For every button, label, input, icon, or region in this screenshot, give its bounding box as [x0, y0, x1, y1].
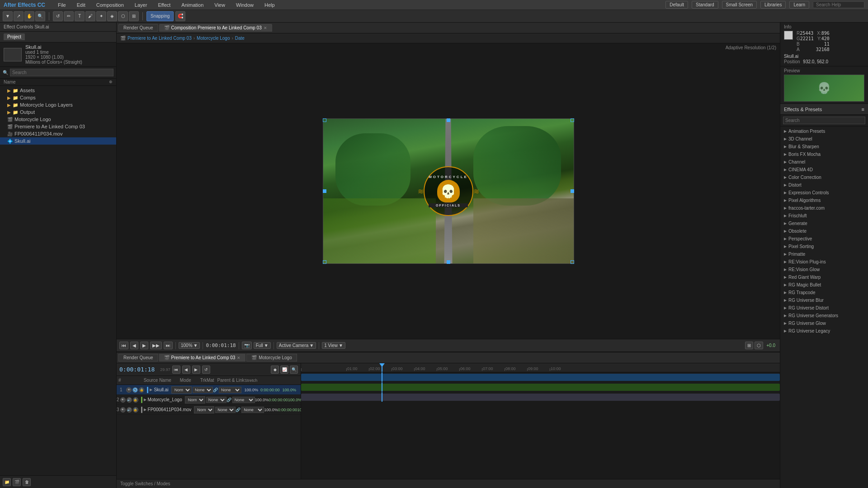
menu-view[interactable]: View [212, 2, 227, 8]
comp-tl-tab-1[interactable]: 🎬 Premiere to Ae Linked Comp 03 ✕ [159, 354, 246, 361]
tool-hand[interactable]: ✋ [24, 11, 34, 21]
layer-2-audio[interactable]: 🔊 [127, 397, 132, 403]
effect-cat-boris[interactable]: ▶ Boris FX Mocha [780, 150, 868, 158]
tool-rotate[interactable]: ↺ [53, 11, 63, 21]
menu-edit[interactable]: Edit [75, 2, 87, 8]
tool-pen[interactable]: ✏ [64, 11, 74, 21]
menu-window[interactable]: Window [234, 2, 255, 8]
layer-2-mode-select[interactable]: Normal [185, 396, 205, 404]
layer-2-trimin-select[interactable]: None [206, 397, 226, 403]
timeline-layer-3[interactable]: 3 👁 🔊 🔒 ▶ FP0006411P034.mov [117, 405, 301, 415]
layer-2-lock[interactable]: 🔒 [133, 397, 138, 403]
track-layer-3[interactable] [301, 392, 780, 402]
handle-br[interactable] [571, 260, 574, 264]
layer-1-visibility[interactable]: 👁 [126, 387, 132, 393]
effect-cat-animation-presets[interactable]: ▶ Animation Presets [780, 127, 868, 135]
track-layer-1[interactable] [301, 372, 780, 382]
effect-cat-expression[interactable]: ▶ Expression Controls [780, 189, 868, 197]
project-search-bar[interactable]: 🔍 [0, 67, 116, 79]
timeline-time-display[interactable]: 0:00:01:18 [119, 366, 155, 373]
tool-arrow[interactable]: ↗ [14, 11, 24, 21]
camera-dropdown[interactable]: Active Camera ▼ [277, 342, 316, 349]
handle-mb[interactable] [447, 260, 450, 264]
tool-select[interactable]: ▼ [3, 11, 13, 21]
tl-play-btn[interactable]: ▶ [192, 366, 200, 374]
menu-help[interactable]: Help [263, 2, 277, 8]
grid-btn[interactable]: ⊞ [745, 342, 753, 349]
comp-viewer-tab[interactable]: 🎬 Composition Premiere to Ae Linked Comp… [159, 24, 272, 32]
help-search-input[interactable] [816, 2, 861, 7]
effect-cat-rg-universe-legacy[interactable]: ▶ RG Universe Legacy [780, 327, 868, 335]
layer-3-parent-select[interactable]: None [241, 407, 264, 413]
timeline-playhead[interactable] [382, 363, 382, 372]
effect-cat-cinema4d[interactable]: ▶ CINEMA 4D [780, 166, 868, 174]
project-search-input[interactable] [10, 69, 113, 76]
handle-bl[interactable] [323, 260, 326, 264]
tl-search-btn[interactable]: 🔍 [290, 366, 298, 374]
layer-expand-1[interactable]: ▶ [150, 388, 152, 392]
project-item-ml[interactable]: 🎬 Motorcycle Logo [0, 116, 116, 123]
project-item-output[interactable]: ▶ 📁 Output [0, 108, 116, 116]
tool-brush[interactable]: 🖌 [85, 11, 95, 21]
project-item-ptalc[interactable]: 🎬 Premiere to Ae Linked Comp 03 [0, 123, 116, 130]
small-screen-btn[interactable]: Small Screen [722, 1, 757, 9]
comp-tl-close-1[interactable]: ✕ [237, 356, 241, 360]
project-item-skull[interactable]: 💠 Skull.ai [0, 137, 116, 145]
project-item-mll[interactable]: ▶ 📁 Motorcycle Logo Layers [0, 101, 116, 108]
new-folder-btn[interactable]: 📁 [3, 478, 11, 486]
help-search-box[interactable] [813, 1, 864, 8]
project-item-fp[interactable]: 🎥 FP0006411P034.mov [0, 130, 116, 137]
menu-animation[interactable]: Animation [179, 2, 205, 8]
project-item-comps[interactable]: ▶ 📁 Comps [0, 94, 116, 101]
tool-roto[interactable]: ⬡ [118, 11, 128, 21]
comp-tl-tab-2[interactable]: 🎬 Motorcycle Logo [246, 354, 297, 361]
view-dropdown[interactable]: 1 View ▼ [322, 342, 345, 349]
menu-effect[interactable]: Effect [156, 2, 172, 8]
effect-cat-blur-sharpen[interactable]: ▶ Blur & Sharpen [780, 143, 868, 150]
layer-2-parent-select[interactable]: None [232, 397, 255, 403]
breadcrumb-item-2[interactable]: Motorcycle Logo [197, 36, 230, 41]
layer-3-name[interactable]: FP0006411P034.mov [148, 407, 192, 412]
snapping-magnet-icon[interactable]: 🧲 [175, 11, 185, 21]
layer-expand-3[interactable]: ▶ [144, 408, 146, 412]
breadcrumb-item-3[interactable]: Date [235, 36, 245, 41]
project-item-assets[interactable]: ▶ 📁 Assets [0, 87, 116, 94]
menu-composition[interactable]: Composition [94, 2, 126, 8]
tl-graph-btn[interactable]: 📈 [280, 366, 288, 374]
layer-1-lock[interactable]: 🔒 [139, 387, 144, 393]
effect-cat-rg-universe-generators[interactable]: ▶ RG Universe Generators [780, 312, 868, 319]
layer-2-name[interactable]: Motorcycle_Logo [148, 397, 182, 402]
mask-btn[interactable]: ⬡ [755, 342, 763, 349]
handle-tr[interactable] [571, 118, 574, 122]
learn-btn[interactable]: Learn [789, 1, 809, 9]
last-frame-btn[interactable]: ⏭ [164, 342, 173, 349]
handle-mr[interactable] [571, 189, 574, 193]
render-queue-tl-tab[interactable]: Render Queue [118, 354, 158, 361]
effect-cat-primatte[interactable]: ▶ Primatte [780, 250, 868, 258]
tl-loop-btn[interactable]: ↺ [202, 366, 210, 374]
layer-3-visibility[interactable]: 👁 [120, 407, 126, 413]
prev-frame-btn[interactable]: ◀ [130, 342, 138, 349]
zoom-dropdown[interactable]: 100% ▼ [179, 342, 200, 349]
menu-file[interactable]: File [56, 2, 68, 8]
effects-expand-icon[interactable]: ≡ [862, 107, 864, 112]
effect-cat-obsolete[interactable]: ▶ Obsolete [780, 227, 868, 235]
effect-cat-rg-magic-bullet[interactable]: ▶ RG Magic Bullet [780, 281, 868, 289]
effect-cat-frischluft[interactable]: ▶ Frischluft [780, 212, 868, 220]
effect-cat-pixel-alg[interactable]: ▶ Pixel Algorithms [780, 197, 868, 204]
layer-1-parent-select[interactable]: None [219, 387, 241, 393]
project-tab[interactable]: Project [4, 33, 25, 40]
layer-2-visibility[interactable]: 👁 [120, 397, 126, 403]
layer-1-audio[interactable]: 🔊 [132, 387, 138, 393]
effect-cat-channel[interactable]: ▶ Channel [780, 158, 868, 166]
effect-cat-revision-plug-ins[interactable]: ▶ RE:Vision Plug-ins [780, 258, 868, 266]
tool-zoom[interactable]: 🔍 [35, 11, 45, 21]
effect-cat-rg-universe-distort[interactable]: ▶ RG Universe Distort [780, 304, 868, 312]
libraries-btn[interactable]: Libraries [760, 1, 786, 9]
menu-layer[interactable]: Layer [133, 2, 149, 8]
effect-cat-rg-trapcode[interactable]: ▶ RG Trapcode [780, 289, 868, 296]
tl-home-btn[interactable]: ⏮ [172, 366, 180, 374]
new-comp-btn[interactable]: 🎬 [13, 478, 21, 486]
effect-cat-revision-glow[interactable]: ▶ RE:Vision Glow [780, 266, 868, 273]
effect-cat-pixel-sorting[interactable]: ▶ Pixel Sorting [780, 243, 868, 250]
